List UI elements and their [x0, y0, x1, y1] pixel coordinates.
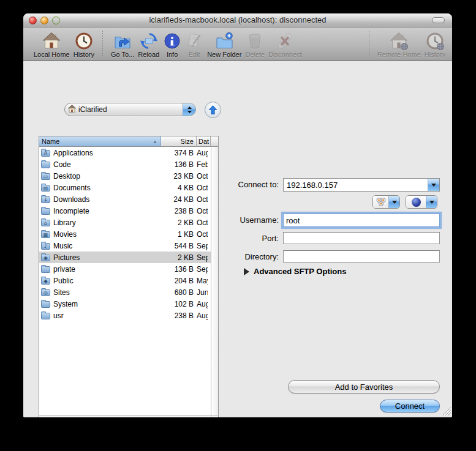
- file-date: Feb: [197, 160, 208, 169]
- house-icon: [42, 31, 61, 51]
- local-file-browser[interactable]: Name ▲ Size Dat AApplications374 BAugCod…: [39, 136, 219, 417]
- username-field[interactable]: [283, 214, 440, 227]
- remote-house-icon: [390, 31, 408, 51]
- file-name: Pictures: [53, 253, 80, 262]
- chevron-down-icon: [392, 201, 397, 204]
- file-name: private: [53, 265, 75, 274]
- toolbar-button-delete: Delete: [243, 31, 266, 58]
- file-name: System: [53, 300, 78, 308]
- file-name: Applications: [53, 149, 93, 157]
- window-resize-grip[interactable]: [443, 408, 451, 416]
- title-bar[interactable]: iclarifieds-macbook.local (localhost): d…: [23, 13, 452, 28]
- horizontal-scrollbar[interactable]: [39, 415, 218, 417]
- disconnect-icon: [276, 31, 294, 51]
- file-name: Incomplete: [53, 207, 89, 215]
- file-date: Oct: [197, 207, 208, 215]
- directory-field[interactable]: [283, 250, 440, 263]
- file-size: 238 B: [161, 207, 197, 215]
- toolbar-button-local-home[interactable]: Local Home: [32, 31, 72, 58]
- public-folder-icon: ◆: [41, 278, 50, 285]
- port-field[interactable]: [283, 232, 440, 244]
- bonjour-dropdown-button[interactable]: [372, 195, 400, 209]
- toolbar-button-label: Disconnect: [268, 51, 301, 58]
- toolbar-toggle-button[interactable]: [432, 17, 445, 23]
- file-date: Oct: [197, 195, 208, 204]
- toolbar-button-reload[interactable]: Reload: [136, 31, 161, 58]
- advanced-sftp-options-disclosure[interactable]: Advanced SFTP Options: [244, 267, 346, 276]
- file-size: 136 B: [161, 265, 197, 274]
- file-size: 2 KB: [161, 253, 197, 262]
- app-window: iclarifieds-macbook.local (localhost): d…: [23, 13, 452, 417]
- documents-folder-icon: ▤: [41, 185, 50, 192]
- combo-dropdown-button[interactable]: [428, 179, 439, 191]
- globe-icon: [406, 196, 426, 208]
- toolbar-button-go-to[interactable]: Go To...: [109, 31, 136, 58]
- file-size: 136 B: [161, 160, 197, 169]
- file-date: Oct: [197, 218, 208, 227]
- desktop-folder-icon: ▭: [41, 173, 50, 180]
- list-item[interactable]: AApplications374 BAug: [39, 147, 211, 158]
- list-item[interactable]: ▤Documents4 KBOct: [39, 182, 211, 193]
- file-date: Oct: [197, 184, 208, 192]
- folder-icon: [41, 313, 50, 319]
- vertical-scrollbar[interactable]: [211, 147, 218, 415]
- list-item[interactable]: Code136 BFeb: [39, 158, 211, 170]
- column-header-date[interactable]: Dat: [197, 136, 211, 147]
- column-header-name[interactable]: Name ▲: [39, 136, 161, 147]
- toolbar-button-label: Info: [167, 51, 178, 58]
- info-icon: [163, 31, 181, 51]
- file-size: 2 KB: [161, 218, 197, 227]
- list-item[interactable]: Incomplete238 BOct: [39, 205, 211, 217]
- up-arrow-icon: [208, 105, 218, 115]
- file-name: Movies: [53, 230, 77, 239]
- content-area: iClarified Name ▲ Size Dat: [23, 61, 452, 417]
- list-item[interactable]: ◉Pictures2 KBSep: [39, 252, 211, 263]
- toolbar-separator: [102, 31, 103, 58]
- add-to-favorites-button[interactable]: Add to Favorites: [288, 380, 440, 393]
- connect-button[interactable]: Connect: [380, 400, 440, 412]
- toolbar-button-disconnect: Disconnect: [266, 31, 303, 58]
- list-item[interactable]: ▦Movies1 KBOct: [39, 228, 211, 240]
- list-item[interactable]: ◎Sites680 BJun: [39, 286, 211, 298]
- sites-folder-icon: ◎: [41, 289, 50, 296]
- toolbar-button-history[interactable]: History: [72, 31, 96, 58]
- port-label: Port:: [230, 234, 279, 243]
- column-header-pad: [211, 136, 218, 147]
- username-label: Username:: [230, 215, 279, 225]
- toolbar-button-label: Remote Home: [377, 51, 421, 58]
- toolbar-button-new-folder[interactable]: New Folder: [205, 31, 243, 58]
- file-size: 23 KB: [161, 172, 197, 181]
- file-size: 544 B: [161, 242, 197, 250]
- file-list-body: AApplications374 BAugCode136 BFeb▭Deskto…: [39, 147, 211, 415]
- folder-icon: [41, 162, 50, 168]
- list-item[interactable]: ▭Desktop23 KBOct: [39, 170, 211, 182]
- list-item[interactable]: ◆Public204 BMay: [39, 275, 211, 286]
- trash-icon: [246, 31, 264, 51]
- toolbar-button-label: Go To...: [111, 51, 134, 58]
- list-item[interactable]: ♪Music544 BSep: [39, 240, 211, 252]
- list-item[interactable]: System102 BAug: [39, 298, 211, 310]
- list-item[interactable]: usr238 BAug: [39, 310, 211, 321]
- toolbar-button-info[interactable]: Info: [161, 31, 183, 58]
- file-date: Aug: [197, 149, 208, 157]
- file-date: Sep: [197, 253, 208, 262]
- sort-ascending-icon: ▲: [153, 139, 157, 144]
- network-dropdown-button[interactable]: [406, 195, 437, 209]
- directory-popup-value: iClarified: [78, 105, 107, 114]
- home-mini-icon: [68, 105, 76, 114]
- file-name: Library: [53, 218, 76, 227]
- list-item[interactable]: ↓Downloads24 KBOct: [39, 193, 211, 205]
- toolbar-button-label: History: [74, 51, 94, 58]
- connect-to-label: Connect to:: [230, 180, 279, 189]
- connect-to-combobox[interactable]: 192.168.0.157: [283, 178, 440, 192]
- up-directory-button[interactable]: [205, 102, 221, 118]
- directory-popup[interactable]: iClarified: [64, 103, 196, 116]
- connect-to-value[interactable]: 192.168.0.157: [284, 181, 428, 190]
- column-header-size[interactable]: Size: [161, 136, 197, 147]
- toolbar-button-label: Edit: [189, 51, 200, 58]
- file-size: 24 KB: [161, 195, 197, 204]
- file-date: May: [197, 277, 208, 285]
- advanced-sftp-options-label: Advanced SFTP Options: [254, 267, 346, 276]
- list-item[interactable]: private136 BSep: [39, 263, 211, 275]
- list-item[interactable]: ⌂Library2 KBOct: [39, 217, 211, 228]
